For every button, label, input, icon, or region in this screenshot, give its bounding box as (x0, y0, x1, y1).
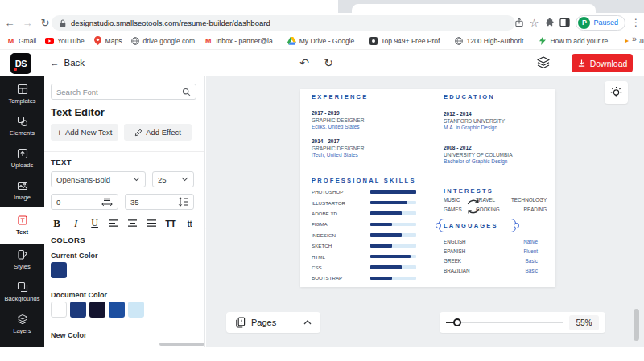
color-swatch[interactable] (70, 302, 86, 318)
rotate-handle-icon[interactable] (464, 198, 482, 215)
sidebar-item-uploads[interactable]: Uploads (0, 142, 44, 174)
sidebar-item-styles[interactable]: Styles (0, 244, 44, 276)
share-icon[interactable] (514, 18, 524, 27)
search-icon (182, 88, 191, 96)
font-search-box[interactable] (51, 84, 196, 100)
sidebar-item-layers[interactable]: Layers (0, 308, 44, 340)
bookmarks-overflow-icon[interactable]: » (630, 34, 639, 43)
bookmark-top949[interactable]: Top 949+ Free Prof... (369, 36, 445, 45)
language-row: ENGLISHNative (444, 239, 538, 244)
gmail-icon: M (204, 36, 213, 45)
profile-chip[interactable]: P Paused (576, 15, 625, 31)
tips-button[interactable] (605, 81, 628, 104)
line-height-input[interactable]: 35 (125, 194, 194, 210)
languages-list[interactable]: ENGLISHNative SPANISHFluent GREEKBasic B… (444, 239, 538, 273)
education-heading[interactable]: EDUCATION (444, 93, 495, 101)
side-panel-icon[interactable] (559, 18, 570, 27)
zoom-percent: 55% (569, 315, 599, 330)
lock-icon (60, 19, 66, 27)
text-editor-panel: Text Editor + Add New Text Add Effect TE… (44, 76, 205, 347)
back-button[interactable]: ← Back (50, 50, 85, 76)
add-new-text-button[interactable]: + Add New Text (51, 124, 118, 141)
youtube-icon (45, 36, 54, 45)
layers-icon (17, 314, 28, 325)
bookmark-1200[interactable]: 1200 High-Authorit... (454, 36, 529, 45)
bookmark-youtube[interactable]: YouTube (45, 36, 84, 45)
bookmark-mydrive[interactable]: My Drive - Google... (287, 36, 361, 45)
selection-handle-right[interactable] (514, 223, 519, 228)
education-entry[interactable]: 2012 - 2014 STANFORD UNIVERSITY M.A. in … (444, 111, 505, 132)
align-center-button[interactable] (126, 219, 139, 228)
align-left-button[interactable] (107, 219, 121, 228)
bookmark-inbox[interactable]: M Inbox - partner@la... (204, 36, 279, 45)
selection-handle-left[interactable] (436, 223, 441, 228)
languages-selected-element[interactable]: LANGUAGES (439, 219, 516, 232)
browser-toolbar: ← → ↻ designstudio.smallseotools.com/res… (0, 13, 644, 32)
language-row: GREEKBasic (444, 258, 538, 264)
bookmark-gmail[interactable]: M Gmail (6, 36, 36, 45)
align-justify-button[interactable] (145, 219, 159, 228)
language-row: SPANISHFluent (444, 248, 538, 254)
skills-list[interactable]: PHOTOSHOP ILLUSTARTOR ADOBE XD FIGMA IND… (312, 187, 416, 284)
download-button[interactable]: Download (572, 54, 633, 72)
layers-toggle-button[interactable] (531, 50, 555, 76)
pages-button[interactable]: Pages (226, 312, 320, 333)
forward-nav-icon[interactable]: → (19, 14, 35, 31)
font-family-select[interactable]: OpenSans-Bold (51, 171, 146, 187)
slider-handle[interactable] (453, 318, 461, 326)
interests-heading[interactable]: INTERESTS (444, 187, 493, 195)
text-icon (17, 215, 28, 226)
bookmark-howto[interactable]: How to add your re... (538, 36, 613, 45)
letter-spacing-input[interactable]: 0 (51, 194, 118, 210)
menu-dots-icon[interactable]: ⋮ (631, 17, 641, 28)
italic-button[interactable]: I (69, 217, 83, 230)
text-section-label: TEXT (51, 158, 72, 166)
url-bar[interactable]: designstudio.smallseotools.com/resume-bu… (52, 15, 515, 31)
skills-heading[interactable]: PROFESSIONAL SKILLS (312, 177, 416, 184)
app-header: DS ← Back ↶ ↻ Download (0, 50, 644, 76)
panel-scrollbar[interactable] (159, 343, 204, 346)
active-tab[interactable] (352, 4, 596, 13)
design-canvas[interactable]: EXPERIENCE 2017 - 2019 GRAPHIC DESIGNER … (206, 76, 644, 347)
sidebar-item-templates[interactable]: Templates (0, 78, 44, 110)
templates-icon (17, 84, 28, 95)
reload-icon[interactable]: ↻ (37, 14, 53, 31)
current-color-swatch[interactable] (51, 262, 67, 278)
back-nav-icon[interactable]: ← (2, 14, 18, 31)
sidebar-item-image[interactable]: Image (0, 174, 44, 207)
underline-button[interactable]: U (88, 217, 101, 229)
url-text: designstudio.smallseotools.com/resume-bu… (71, 18, 270, 27)
color-swatch[interactable] (109, 302, 125, 318)
add-effect-button[interactable]: Add Effect (124, 124, 192, 141)
experience-heading[interactable]: EXPERIENCE (312, 93, 368, 101)
document-color-label: Document Color (51, 291, 107, 299)
font-size-select[interactable]: 25 (152, 171, 194, 187)
skill-bar (370, 223, 416, 227)
skill-row: CSS (312, 262, 416, 273)
experience-entry[interactable]: 2014 - 2017 GRAPHIC DESIGNER iTech, Unit… (312, 138, 364, 159)
interests-grid[interactable]: MUSIC TRAVEL TECHNOLOGY GAMES COOKING RE… (444, 197, 539, 212)
undo-button[interactable]: ↶ (295, 50, 314, 76)
color-swatch[interactable] (89, 302, 105, 318)
bold-button[interactable]: B (50, 217, 64, 230)
experience-entry[interactable]: 2017 - 2019 GRAPHIC DESIGNER Ecliks, Uni… (312, 110, 364, 131)
redo-button[interactable]: ↻ (319, 50, 338, 76)
canvas-scrollbar[interactable] (634, 309, 639, 341)
bookmark-star-icon[interactable]: ☆ (530, 17, 539, 29)
education-entry[interactable]: 2008 - 2012 UNIVERSITY OF COLUMBIA Bache… (444, 145, 512, 166)
effect-pen-icon (134, 129, 142, 137)
color-swatch[interactable] (128, 302, 144, 318)
resume-page[interactable]: EXPERIENCE 2017 - 2019 GRAPHIC DESIGNER … (300, 89, 555, 287)
zoom-slider[interactable] (446, 312, 563, 333)
uppercase-button[interactable]: TT (163, 219, 177, 228)
search-input[interactable] (56, 88, 182, 96)
color-swatch[interactable] (51, 302, 67, 318)
pages-icon (235, 317, 246, 328)
sidebar-item-backgrounds[interactable]: Backgrounds (0, 276, 44, 308)
bookmark-drive-link[interactable]: drive.google.com (130, 36, 195, 45)
extensions-icon[interactable] (544, 18, 554, 27)
bookmark-maps[interactable]: Maps (93, 36, 122, 45)
sidebar-item-elements[interactable]: Elements (0, 110, 44, 142)
sidebar-item-text[interactable]: Text (0, 207, 44, 244)
lowercase-button[interactable]: tt (183, 219, 196, 228)
